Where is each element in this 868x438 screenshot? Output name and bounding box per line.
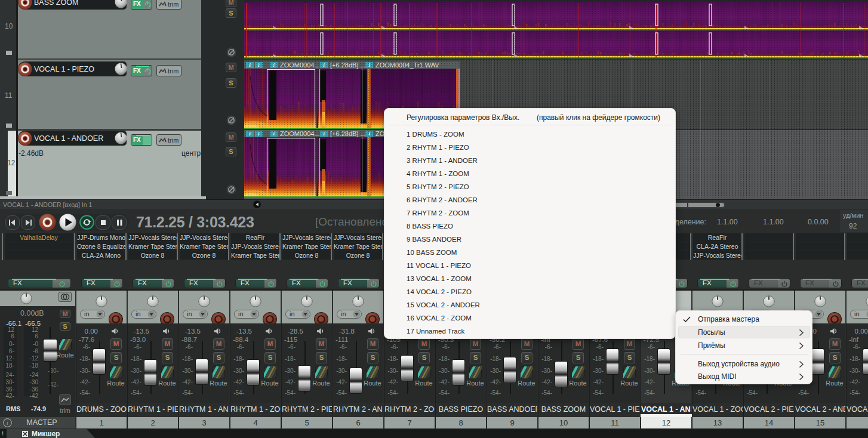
svg-text:i: i [7,420,8,426]
